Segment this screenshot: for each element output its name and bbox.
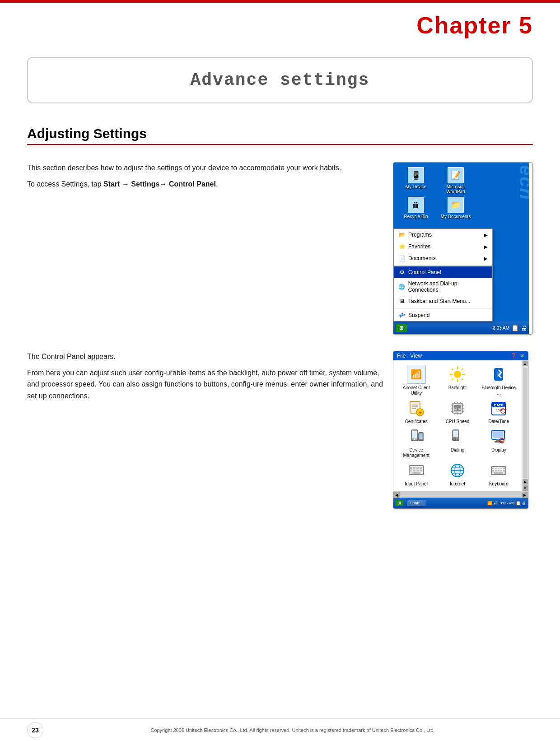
page-number: 23: [27, 722, 43, 738]
cp-taskbar-btn[interactable]: Contr...: [407, 500, 425, 506]
start-button[interactable]: ⊞: [395, 324, 407, 332]
cp-label-cpu: CPU Speed: [446, 419, 470, 424]
start-menu: 📂 Programs ▶ ⭐ Favorites ▶ 📄 Documents: [393, 228, 493, 322]
cp-taskbar-icons: 📶 🔊: [487, 501, 499, 505]
cp-label-bluetooth: Bluetooth Device ...: [480, 385, 518, 396]
svg-rect-61: [410, 470, 412, 471]
cp-label-aironet: Aironet Client Utility: [397, 385, 435, 396]
cp-icon-display[interactable]: Display: [480, 427, 518, 458]
datetime-icon: DATE 15 16 17: [489, 399, 508, 418]
cp-label-display: Display: [491, 447, 506, 453]
svg-text:DATE: DATE: [494, 403, 504, 407]
internet-icon: [448, 461, 467, 480]
cp-icon-input[interactable]: Input Panel: [397, 461, 435, 487]
cp-close-icon[interactable]: ✕: [520, 353, 524, 359]
intro-paragraph-1: This section describes how to adjust the…: [27, 162, 384, 174]
cp-title: File View: [397, 353, 422, 359]
caption-2: From here you can adjust such user confi…: [27, 367, 384, 402]
scroll-right-btn[interactable]: ▶: [523, 479, 528, 485]
cp-label-datetime: Date/Time: [488, 419, 509, 424]
cp-icons-wrap: 📶 Aironet Client Utility: [393, 360, 522, 491]
backlight-icon: [448, 365, 467, 384]
cp-icon-dialing[interactable]: Dialing: [438, 427, 476, 458]
scroll-left-btn[interactable]: ◀: [393, 492, 400, 498]
menu-item-taskbar: 🖥 Taskbar and Start Menu...: [394, 295, 492, 307]
svg-rect-81: [503, 470, 505, 471]
cp-start-button[interactable]: ⊞: [395, 500, 403, 506]
svg-rect-65: [412, 472, 420, 474]
favorites-icon: ⭐: [398, 243, 406, 250]
svg-rect-47: [457, 438, 458, 439]
taskbar-time: 8:03 AM: [493, 326, 509, 331]
intro-paragraph-2: To access Settings, tap Start → Settings…: [27, 178, 384, 190]
wince-desktop: 📱 My Device 📝 Microsoft WordPad 🗑 Recycl…: [393, 163, 529, 334]
advance-settings-box: Advance settings: [27, 57, 533, 103]
intro-p2-bold: Start → Settings→ Control Panel: [103, 180, 216, 188]
wordpad-icon: 📝: [448, 167, 464, 183]
cp-icons-grid: 📶 Aironet Client Utility: [393, 360, 522, 491]
display-icon: [489, 427, 508, 446]
svg-rect-50: [457, 439, 458, 441]
cp-label-internet: Internet: [450, 481, 465, 487]
cp-help-icon: ❓: [510, 353, 517, 359]
scroll-down-btn[interactable]: ▼: [523, 485, 528, 491]
menu-item-controlpanel: ⚙ Control Panel: [394, 266, 492, 278]
taskbar-icons: 📋 🖨: [511, 324, 527, 331]
suspend-icon: 💤: [398, 312, 406, 319]
h-scroll-track: [400, 492, 522, 498]
cp-icon-cert[interactable]: ★ Certificates: [397, 399, 435, 424]
svg-rect-54: [495, 441, 503, 443]
svg-rect-79: [498, 470, 499, 471]
svg-point-40: [414, 439, 415, 440]
dialing-icon: [448, 427, 467, 446]
cp-icon-bluetooth[interactable]: Bluetooth Device ...: [480, 365, 518, 396]
mydocs-icon: 📁: [448, 197, 464, 213]
first-left-col: This section describes how to adjust the…: [27, 162, 384, 342]
cp-icon-backlight[interactable]: Backlight: [438, 365, 476, 396]
menu-item-favorites: ⭐ Favorites ▶: [394, 241, 492, 252]
scroll-track: [523, 368, 527, 478]
svg-rect-52: [493, 432, 503, 438]
cp-scrollbar[interactable]: ▲ ▶ ▼: [522, 360, 528, 491]
svg-rect-49: [455, 439, 456, 441]
recycle-icon: 🗑: [408, 197, 424, 213]
cp-taskbar-time: 8:05 AM: [499, 501, 514, 505]
menu-divider-1: [394, 265, 492, 266]
bluetooth-icon: [489, 365, 508, 384]
first-content-row: This section describes how to adjust the…: [27, 162, 533, 342]
desktop-icon-wordpad: 📝 Microsoft WordPad: [438, 167, 474, 194]
page-footer: 23 Copyright 2006 Unitech Electronics Co…: [0, 718, 560, 741]
mydevice-icon: 📱: [408, 167, 424, 183]
cp-icon-internet[interactable]: Internet: [438, 461, 476, 487]
svg-rect-82: [494, 472, 503, 474]
svg-rect-78: [495, 470, 497, 471]
svg-rect-76: [503, 468, 505, 469]
device-mgmt-icon: [407, 427, 426, 446]
cp-icon-device[interactable]: Device Management: [397, 427, 435, 458]
windows-logo: ⊞: [399, 325, 403, 331]
scroll-right-btn2[interactable]: ▶: [522, 492, 528, 498]
cp-icon-keyboard[interactable]: Keyboard: [480, 461, 518, 487]
cp-taskbar-right: 📶 🔊 8:05 AM 📋 🖨: [487, 501, 526, 505]
keyboard-icon: [489, 461, 508, 480]
svg-rect-45: [453, 438, 455, 439]
desktop-icon-mydocs: 📁 My Documents: [438, 197, 474, 219]
documents-icon: 📄: [398, 255, 406, 262]
cp-icon-datetime[interactable]: DATE 15 16 17 Date/Time: [480, 399, 518, 424]
cpu-icon: CPU: [448, 399, 467, 418]
svg-rect-73: [495, 468, 497, 469]
cp-icon-aironet[interactable]: 📶 Aironet Client Utility: [397, 365, 435, 396]
svg-rect-44: [453, 431, 458, 437]
scroll-up-btn[interactable]: ▲: [523, 361, 528, 366]
intro-p2-prefix: To access Settings, tap: [27, 180, 103, 188]
svg-text:CPU: CPU: [454, 407, 462, 411]
svg-point-0: [454, 371, 461, 378]
cp-taskbar-extra-icons: 📋 🖨: [516, 501, 526, 505]
cp-icon-cpu[interactable]: CPU: [438, 399, 476, 424]
svg-rect-48: [453, 439, 455, 441]
cp-label-input: Input Panel: [405, 481, 428, 487]
section-heading: Adjusting Settings: [27, 126, 533, 145]
cp-label-dialing: Dialing: [451, 447, 465, 453]
svg-rect-74: [498, 468, 499, 469]
svg-rect-53: [496, 439, 501, 441]
